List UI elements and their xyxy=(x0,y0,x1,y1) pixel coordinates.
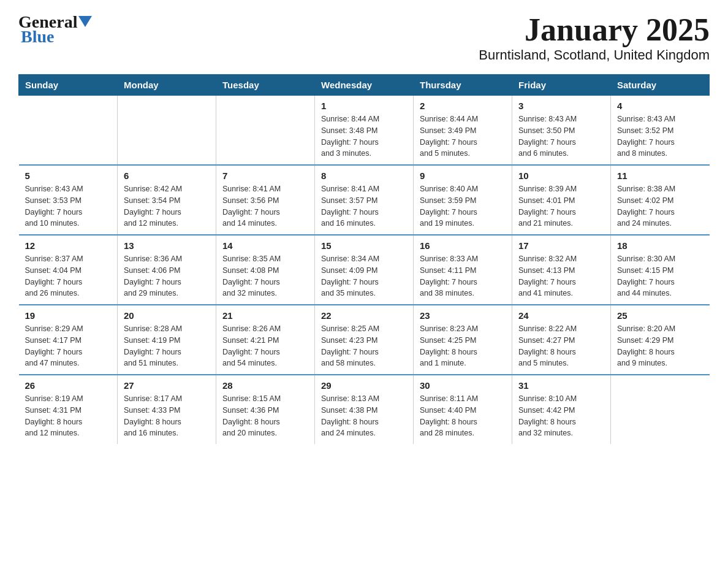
day-info: Sunrise: 8:39 AM Sunset: 4:01 PM Dayligh… xyxy=(518,183,604,229)
day-number: 9 xyxy=(420,170,506,181)
day-number: 24 xyxy=(518,310,604,321)
calendar-cell: 9Sunrise: 8:40 AM Sunset: 3:59 PM Daylig… xyxy=(414,165,512,235)
day-number: 12 xyxy=(25,240,112,251)
day-number: 21 xyxy=(222,310,308,321)
logo-blue: Blue xyxy=(21,27,54,47)
day-number: 29 xyxy=(321,380,407,391)
weekday-header-sunday: Sunday xyxy=(19,75,118,96)
day-number: 2 xyxy=(420,101,506,111)
calendar-cell xyxy=(118,96,216,166)
calendar-cell: 31Sunrise: 8:10 AM Sunset: 4:42 PM Dayli… xyxy=(512,375,611,444)
day-info: Sunrise: 8:28 AM Sunset: 4:19 PM Dayligh… xyxy=(124,323,210,369)
calendar-cell: 24Sunrise: 8:22 AM Sunset: 4:27 PM Dayli… xyxy=(512,305,611,375)
calendar-cell: 15Sunrise: 8:34 AM Sunset: 4:09 PM Dayli… xyxy=(315,235,414,305)
calendar-cell xyxy=(216,96,315,166)
day-number: 3 xyxy=(518,101,604,111)
calendar-cell: 4Sunrise: 8:43 AM Sunset: 3:52 PM Daylig… xyxy=(611,96,710,166)
day-number: 19 xyxy=(25,310,112,321)
day-info: Sunrise: 8:40 AM Sunset: 3:59 PM Dayligh… xyxy=(420,183,506,229)
day-info: Sunrise: 8:42 AM Sunset: 3:54 PM Dayligh… xyxy=(124,183,210,229)
day-info: Sunrise: 8:23 AM Sunset: 4:25 PM Dayligh… xyxy=(420,323,506,369)
day-number: 8 xyxy=(321,170,407,181)
day-info: Sunrise: 8:11 AM Sunset: 4:40 PM Dayligh… xyxy=(420,393,506,439)
day-info: Sunrise: 8:29 AM Sunset: 4:17 PM Dayligh… xyxy=(25,323,112,369)
calendar-week-row: 26Sunrise: 8:19 AM Sunset: 4:31 PM Dayli… xyxy=(19,375,710,444)
calendar-cell xyxy=(611,375,710,444)
day-info: Sunrise: 8:19 AM Sunset: 4:31 PM Dayligh… xyxy=(25,393,112,439)
calendar-cell: 2Sunrise: 8:44 AM Sunset: 3:49 PM Daylig… xyxy=(414,96,512,166)
day-number: 6 xyxy=(124,170,210,181)
day-number: 31 xyxy=(518,380,604,391)
calendar-cell: 10Sunrise: 8:39 AM Sunset: 4:01 PM Dayli… xyxy=(512,165,611,235)
day-number: 14 xyxy=(222,240,308,251)
day-info: Sunrise: 8:41 AM Sunset: 3:56 PM Dayligh… xyxy=(222,183,308,229)
day-info: Sunrise: 8:13 AM Sunset: 4:38 PM Dayligh… xyxy=(321,393,407,439)
day-number: 15 xyxy=(321,240,407,251)
weekday-header-monday: Monday xyxy=(118,75,216,96)
day-number: 23 xyxy=(420,310,506,321)
day-number: 28 xyxy=(222,380,308,391)
day-info: Sunrise: 8:25 AM Sunset: 4:23 PM Dayligh… xyxy=(321,323,407,369)
day-info: Sunrise: 8:36 AM Sunset: 4:06 PM Dayligh… xyxy=(124,253,210,299)
calendar-cell: 17Sunrise: 8:32 AM Sunset: 4:13 PM Dayli… xyxy=(512,235,611,305)
svg-marker-0 xyxy=(78,16,92,27)
day-info: Sunrise: 8:32 AM Sunset: 4:13 PM Dayligh… xyxy=(518,253,604,299)
calendar-week-row: 1Sunrise: 8:44 AM Sunset: 3:48 PM Daylig… xyxy=(19,96,710,166)
calendar-cell: 6Sunrise: 8:42 AM Sunset: 3:54 PM Daylig… xyxy=(118,165,216,235)
day-info: Sunrise: 8:20 AM Sunset: 4:29 PM Dayligh… xyxy=(617,323,703,369)
day-info: Sunrise: 8:26 AM Sunset: 4:21 PM Dayligh… xyxy=(222,323,308,369)
logo: General Blue xyxy=(18,12,92,47)
weekday-header-thursday: Thursday xyxy=(414,75,512,96)
weekday-header-saturday: Saturday xyxy=(611,75,710,96)
day-number: 25 xyxy=(617,310,703,321)
day-number: 4 xyxy=(617,101,703,111)
calendar-week-row: 19Sunrise: 8:29 AM Sunset: 4:17 PM Dayli… xyxy=(19,305,710,375)
weekday-header-friday: Friday xyxy=(512,75,611,96)
calendar-cell: 3Sunrise: 8:43 AM Sunset: 3:50 PM Daylig… xyxy=(512,96,611,166)
day-number: 17 xyxy=(518,240,604,251)
logo-triangle-icon xyxy=(78,16,92,29)
day-number: 7 xyxy=(222,170,308,181)
calendar-cell: 8Sunrise: 8:41 AM Sunset: 3:57 PM Daylig… xyxy=(315,165,414,235)
weekday-header-wednesday: Wednesday xyxy=(315,75,414,96)
calendar-cell: 29Sunrise: 8:13 AM Sunset: 4:38 PM Dayli… xyxy=(315,375,414,444)
day-number: 18 xyxy=(617,240,703,251)
calendar-cell: 14Sunrise: 8:35 AM Sunset: 4:08 PM Dayli… xyxy=(216,235,315,305)
calendar-title: January 2025 xyxy=(479,12,710,47)
calendar-cell: 13Sunrise: 8:36 AM Sunset: 4:06 PM Dayli… xyxy=(118,235,216,305)
calendar-cell: 25Sunrise: 8:20 AM Sunset: 4:29 PM Dayli… xyxy=(611,305,710,375)
title-block: January 2025 Burntisland, Scotland, Unit… xyxy=(479,12,710,63)
day-number: 1 xyxy=(321,101,407,111)
calendar-week-row: 5Sunrise: 8:43 AM Sunset: 3:53 PM Daylig… xyxy=(19,165,710,235)
day-number: 27 xyxy=(124,380,210,391)
day-info: Sunrise: 8:38 AM Sunset: 4:02 PM Dayligh… xyxy=(617,183,703,229)
calendar-cell: 26Sunrise: 8:19 AM Sunset: 4:31 PM Dayli… xyxy=(19,375,118,444)
day-number: 5 xyxy=(25,170,112,181)
day-info: Sunrise: 8:44 AM Sunset: 3:49 PM Dayligh… xyxy=(420,113,506,159)
day-info: Sunrise: 8:30 AM Sunset: 4:15 PM Dayligh… xyxy=(617,253,703,299)
day-info: Sunrise: 8:43 AM Sunset: 3:50 PM Dayligh… xyxy=(518,113,604,159)
day-number: 30 xyxy=(420,380,506,391)
day-number: 10 xyxy=(518,170,604,181)
day-number: 20 xyxy=(124,310,210,321)
calendar-cell: 1Sunrise: 8:44 AM Sunset: 3:48 PM Daylig… xyxy=(315,96,414,166)
calendar-cell: 12Sunrise: 8:37 AM Sunset: 4:04 PM Dayli… xyxy=(19,235,118,305)
weekday-header-tuesday: Tuesday xyxy=(216,75,315,96)
day-info: Sunrise: 8:17 AM Sunset: 4:33 PM Dayligh… xyxy=(124,393,210,439)
day-info: Sunrise: 8:15 AM Sunset: 4:36 PM Dayligh… xyxy=(222,393,308,439)
day-info: Sunrise: 8:43 AM Sunset: 3:52 PM Dayligh… xyxy=(617,113,703,159)
calendar-cell: 7Sunrise: 8:41 AM Sunset: 3:56 PM Daylig… xyxy=(216,165,315,235)
day-info: Sunrise: 8:41 AM Sunset: 3:57 PM Dayligh… xyxy=(321,183,407,229)
calendar-cell: 19Sunrise: 8:29 AM Sunset: 4:17 PM Dayli… xyxy=(19,305,118,375)
calendar-cell: 27Sunrise: 8:17 AM Sunset: 4:33 PM Dayli… xyxy=(118,375,216,444)
calendar-cell: 28Sunrise: 8:15 AM Sunset: 4:36 PM Dayli… xyxy=(216,375,315,444)
calendar-cell: 11Sunrise: 8:38 AM Sunset: 4:02 PM Dayli… xyxy=(611,165,710,235)
day-number: 26 xyxy=(25,380,112,391)
day-number: 11 xyxy=(617,170,703,181)
day-info: Sunrise: 8:22 AM Sunset: 4:27 PM Dayligh… xyxy=(518,323,604,369)
calendar-cell: 21Sunrise: 8:26 AM Sunset: 4:21 PM Dayli… xyxy=(216,305,315,375)
day-info: Sunrise: 8:44 AM Sunset: 3:48 PM Dayligh… xyxy=(321,113,407,159)
calendar-cell: 22Sunrise: 8:25 AM Sunset: 4:23 PM Dayli… xyxy=(315,305,414,375)
calendar-cell: 23Sunrise: 8:23 AM Sunset: 4:25 PM Dayli… xyxy=(414,305,512,375)
calendar-week-row: 12Sunrise: 8:37 AM Sunset: 4:04 PM Dayli… xyxy=(19,235,710,305)
